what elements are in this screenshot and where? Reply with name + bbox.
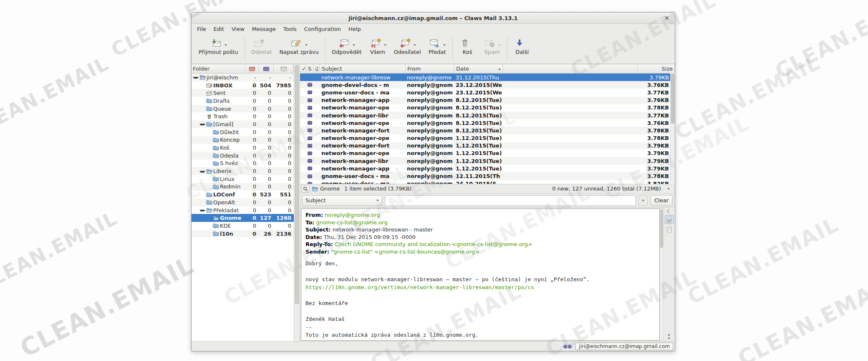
folder-row[interactable]: Drafts 0 0 0: [192, 97, 294, 105]
menu-item[interactable]: Configuration: [300, 25, 345, 33]
menu-item[interactable]: Tools: [280, 25, 300, 33]
header-value[interactable]: Czech GNOME community and localization <…: [335, 241, 532, 247]
folder-row[interactable]: INBOX 0 504 7985: [192, 81, 294, 89]
clear-search-button[interactable]: Clear: [650, 195, 673, 206]
message-row[interactable]: network-manager-app noreply@gnom 8.12.20…: [300, 97, 675, 104]
folder-row[interactable]: Překladat 0 0 0: [192, 206, 294, 214]
status-column-header[interactable]: S: [306, 64, 313, 73]
collapse-strip-icon[interactable]: [667, 209, 671, 214]
expander-icon[interactable]: [193, 77, 199, 79]
from-column-header[interactable]: From: [406, 64, 454, 73]
header-value[interactable]: "gnome-cs-list" <gnome-cs-list-bounces@g…: [331, 249, 479, 255]
folder-row[interactable]: Liberix 0 0 0: [192, 167, 294, 175]
message-row[interactable]: gnome-devel-docs - m noreply@gnom 23.12.…: [300, 81, 675, 89]
chevron-down-icon[interactable]: [443, 44, 446, 46]
scroll-down-icon[interactable]: [668, 338, 670, 339]
scrollbar-thumb[interactable]: [660, 209, 663, 248]
header-value[interactable]: noreply@gnome.org: [325, 212, 380, 218]
chevron-down-icon[interactable]: [384, 44, 386, 46]
message-list-scrollbar[interactable]: [670, 73, 675, 183]
folder-row[interactable]: Linux 0 0 0: [192, 175, 294, 183]
menu-item[interactable]: Message: [248, 25, 280, 33]
message-date: 23.12.2015(We: [454, 89, 503, 96]
message-view-scrollbar[interactable]: [660, 208, 664, 341]
folder-row[interactable]: [Gmail] 0 0 0: [192, 120, 294, 128]
message-row[interactable]: gnome-user-docs - ma noreply@gnom 12.11.…: [300, 172, 675, 180]
reply-all-button[interactable]: Všem: [366, 35, 390, 63]
folder-column-header[interactable]: Folder: [192, 64, 245, 73]
chevron-down-icon[interactable]: [414, 44, 416, 46]
message-row[interactable]: network-manager-ope noreply@gnom 1.12.20…: [300, 150, 675, 157]
menu-item[interactable]: Edit: [210, 25, 228, 33]
titlebar[interactable]: jiri@eischmann.cz@imap.gmail.com – Claws…: [192, 13, 675, 24]
message-row[interactable]: network-manager-libr noreply@gnom 1.12.2…: [300, 157, 675, 165]
folder-row[interactable]: Redmin 0 0 0: [192, 183, 294, 191]
quick-search-button[interactable]: [301, 185, 310, 193]
send-mail-button[interactable]: Odeslat: [247, 35, 276, 63]
size-column-header[interactable]: Size: [638, 64, 675, 73]
folder-row[interactable]: S hvěz 0 0 0: [192, 160, 294, 168]
mark-column-header[interactable]: ✓: [300, 64, 306, 73]
mime-part-text[interactable]: [665, 226, 673, 234]
reply-sender-button[interactable]: Odesílatel: [390, 35, 425, 63]
chevron-down-icon[interactable]: [353, 44, 355, 46]
scrollbar-thumb[interactable]: [671, 74, 674, 124]
folder-row[interactable]: LOConf 0 523 551: [192, 191, 294, 198]
message-row[interactable]: gnome-user-docs - ma noreply@gnom 23.12.…: [300, 89, 675, 96]
search-input[interactable]: [385, 195, 636, 206]
reply-button[interactable]: Odpovědět: [328, 35, 366, 63]
date-column-header[interactable]: Date: [454, 64, 503, 73]
trash-button[interactable]: Koš: [455, 35, 480, 63]
folder-row[interactable]: jiri@eischm - - -: [192, 74, 294, 81]
message-row[interactable]: network-manager-ope noreply@gnom 1.12.20…: [300, 135, 675, 142]
forward-button[interactable]: Předat: [425, 35, 450, 63]
folder-row[interactable]: Koncep 0 0 0: [192, 136, 294, 144]
next-button[interactable]: Další: [510, 35, 535, 63]
expander-icon[interactable]: [199, 210, 205, 211]
menu-item[interactable]: View: [228, 25, 248, 33]
attachment-column-header[interactable]: [313, 64, 320, 73]
folder-row[interactable]: Koš 0 0 0: [192, 144, 294, 152]
scrollbar-thumb[interactable]: [295, 65, 299, 304]
folder-row[interactable]: KDE 0 0 0: [192, 222, 294, 230]
search-history-button[interactable]: [638, 195, 648, 206]
spam-button[interactable]: Spam: [480, 35, 505, 63]
chevron-down-icon[interactable]: [667, 188, 670, 190]
chevron-down-icon[interactable]: [305, 44, 308, 46]
message-row[interactable]: network-manager-ope noreply@gnom 8.12.20…: [300, 104, 675, 112]
message-row[interactable]: gnome-user-docs - ma noreply@gnom 24.10.…: [300, 180, 675, 184]
folder-row[interactable]: Sent 0 0 0: [192, 89, 294, 97]
folder-row[interactable]: OpenAlt 0 0 0: [192, 198, 294, 206]
folder-row[interactable]: Důležit 0 0 0: [192, 128, 294, 136]
scroll-up-icon[interactable]: [668, 334, 670, 336]
header-value[interactable]: Thu, 31 Dec 2015 09:09:15 -0000: [324, 234, 416, 240]
expander-icon[interactable]: [199, 171, 205, 173]
folder-row[interactable]: Odesla 0 0 0: [192, 152, 294, 160]
message-row[interactable]: network-manager-ope noreply@gnom 8.12.20…: [300, 119, 675, 127]
search-field-select[interactable]: Subject: [302, 195, 382, 206]
folder-name: Queue: [213, 106, 231, 112]
expander-icon[interactable]: [199, 124, 205, 125]
message-row[interactable]: network-manager-app noreply@gnom 1.12.20…: [300, 165, 675, 172]
folder-pane-scrollbar[interactable]: [294, 64, 300, 341]
message-row[interactable]: network-manager-libresw noreply@gnome 31…: [300, 74, 675, 81]
message-row[interactable]: network-manager-fort noreply@gnom 8.12.2…: [300, 127, 675, 134]
chevron-down-icon[interactable]: [498, 44, 501, 46]
receive-mail-button[interactable]: Přijmout poštu: [195, 35, 242, 63]
menu-item[interactable]: Help: [345, 25, 365, 33]
header-value[interactable]: gnome-cs-list@gnome.org: [316, 219, 387, 226]
filler-column-header[interactable]: [503, 64, 638, 73]
folder-row[interactable]: l10n 0 26 2136: [192, 230, 294, 238]
menu-item[interactable]: File: [193, 25, 210, 33]
close-button[interactable]: ×: [664, 13, 670, 23]
chevron-down-icon[interactable]: [225, 44, 227, 46]
message-row[interactable]: network-manager-libr noreply@gnom 8.12.2…: [300, 112, 675, 119]
folder-row[interactable]: Queue 0 0 0: [192, 105, 294, 113]
folder-row[interactable]: Gnome 0 127 1260: [192, 214, 294, 222]
header-value[interactable]: network-manager-libreswan - master: [332, 226, 433, 233]
compose-button[interactable]: Napsat zprávu: [276, 35, 323, 63]
folder-row[interactable]: Trash 0 0 0: [192, 112, 294, 120]
subject-column-header[interactable]: Subject: [320, 64, 406, 73]
mime-part-message[interactable]: @: [665, 216, 673, 224]
message-row[interactable]: network-manager-fort noreply@gnom 1.12.2…: [300, 142, 675, 150]
